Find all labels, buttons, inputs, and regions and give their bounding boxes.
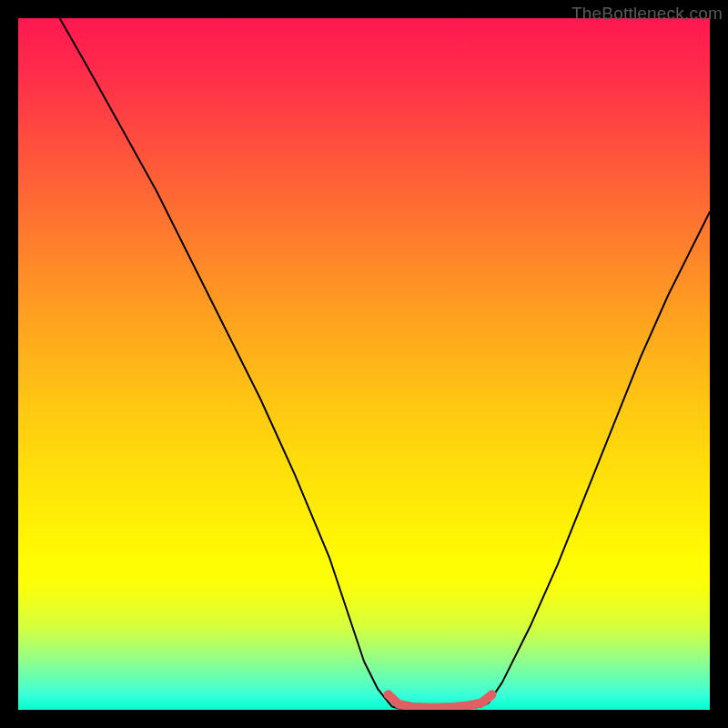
watermark-text: TheBottleneck.com — [571, 4, 723, 24]
chart-frame: TheBottleneck.com — [0, 0, 728, 728]
curve-layer — [18, 18, 710, 710]
bottom-highlight-segment — [389, 694, 492, 707]
plot-area — [18, 18, 710, 710]
bottleneck-curve — [60, 18, 710, 709]
